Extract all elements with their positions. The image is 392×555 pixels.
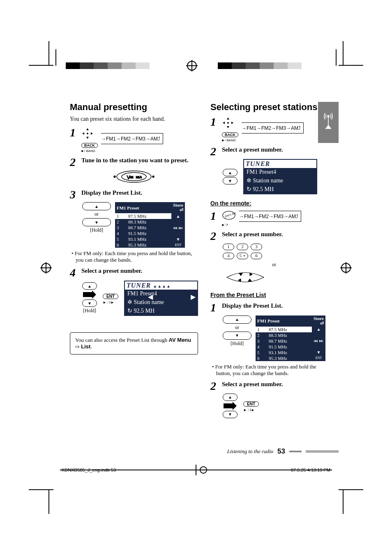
registration-mark-icon (41, 263, 51, 273)
joystick-icon (222, 117, 234, 129)
step-number: 2 (210, 231, 218, 241)
remote-preset-4[interactable]: 4 (223, 253, 234, 259)
manual-presetting-section: Manual presetting You can preset six sta… (70, 102, 198, 418)
rocker-up-button[interactable]: ▲ (223, 394, 238, 401)
step-number: 3 (70, 189, 77, 200)
svg-marker-24 (224, 402, 237, 410)
svg-marker-22 (238, 279, 241, 281)
step-number: 4 (70, 267, 77, 278)
remote-preset-3[interactable]: 3 (251, 244, 262, 250)
rocker-down-button[interactable]: ▼ (223, 332, 251, 340)
step-number: 1 (210, 211, 218, 227)
or-label: or (95, 211, 99, 217)
svg-marker-23 (250, 273, 252, 276)
band-sequence: →FM1→FM2→FM3→AM⤴ (101, 136, 160, 142)
print-footer: KDNXD505_J_eng.indb 53 07.6.25 4:13:19 P… (62, 466, 330, 474)
registration-mark-icon (187, 61, 197, 71)
svg-point-10 (114, 176, 115, 177)
step-number: 1 (210, 302, 218, 313)
tuner-display: TUNER FM1 Preset4 ✲ Station name ↻ 92.5 … (243, 159, 317, 194)
step-number: 2 (70, 157, 77, 167)
svg-marker-20 (239, 273, 242, 276)
hold-label: [Hold] (231, 341, 244, 347)
remote-preset-1[interactable]: 1 (223, 244, 234, 250)
remote-preset-2[interactable]: 2 (237, 244, 248, 250)
step-number: 1 (210, 117, 218, 142)
up-down-rocker: ▲ or ▼ [Hold] (223, 315, 251, 347)
section-heading: Selecting preset stations (210, 102, 325, 113)
subsection-heading: From the Preset List (210, 292, 325, 298)
rocker-up-button[interactable]: ▲ (223, 315, 251, 324)
right-arrow-icon (223, 402, 238, 410)
subsection-heading: On the remote: (210, 200, 325, 207)
right-arrow-icon (82, 290, 97, 299)
cursor-left-icon: ◀ (148, 293, 153, 301)
footer-section-title: Listening to the radio (227, 448, 273, 455)
rocker-up-button[interactable]: ▲ (223, 169, 238, 176)
band-button-label: ■ / BAND (222, 138, 238, 142)
back-button[interactable]: BACK (222, 132, 238, 137)
remote-preset-6[interactable]: 6 (251, 253, 262, 259)
registration-mark-icon (341, 263, 351, 273)
joystick-icon (81, 127, 94, 140)
hold-label: [Hold] (83, 308, 96, 314)
rocker-down-button[interactable]: ▼ (223, 177, 238, 184)
up-down-rocker: ▲ or ▼ [Hold] (82, 202, 111, 233)
remote-preset-5[interactable]: 5 ∘ (237, 253, 248, 259)
svg-marker-4 (91, 132, 93, 135)
svg-marker-1 (86, 128, 89, 130)
registration-mark-icon (200, 466, 207, 474)
svg-marker-14 (227, 126, 229, 128)
step-text: Select a preset number. (222, 381, 325, 391)
up-down-rocker: ▲ ▼ [Hold] (82, 282, 97, 314)
seek-rocker-icon: ⋁⏮⏭⋀ (111, 170, 157, 184)
step-number: 2 (210, 146, 218, 157)
svg-text:⏭⋀: ⏭⋀ (136, 175, 142, 179)
svg-text:BACK BAND: BACK BAND (225, 211, 236, 218)
hold-label: [Hold] (90, 227, 103, 233)
rocker-down-button[interactable]: ▼ (82, 299, 97, 307)
up-down-rocker: ▲ ▼ (223, 169, 238, 184)
step-text: Tune in to the station you want to prese… (81, 157, 198, 167)
section-heading: Manual presetting (70, 102, 198, 113)
rocker-down-button[interactable]: ▼ (82, 218, 111, 226)
back-button[interactable]: BACK (81, 143, 98, 148)
step-text: Display the Preset List. (81, 189, 198, 200)
svg-point-17 (227, 122, 229, 124)
play-label: ► / I► (243, 408, 259, 412)
tuner-display: TUNER ▲▲▲▲ FM1 Preset4 ✲ Station name ↻ … (124, 281, 198, 316)
svg-point-5 (87, 133, 88, 134)
step-number: 1 (70, 127, 77, 153)
selecting-preset-section: Selecting preset stations 1 BACK ■ / BAN… (210, 102, 342, 418)
svg-point-7 (122, 173, 146, 181)
rocker-down-button[interactable]: ▼ (223, 411, 238, 418)
ent-button[interactable]: ENT (243, 401, 259, 407)
tip-box: You can also access the Preset List thro… (70, 332, 198, 355)
fm-note: • For FM only: Each time you press and h… (76, 250, 198, 263)
step-text: Display the Preset List. (222, 302, 325, 313)
page-footer: Listening to the radio 53 (70, 447, 339, 456)
svg-marker-12 (83, 290, 96, 299)
band-sequence: →FM1→FM2→FM3→AM⤴ (242, 125, 301, 131)
band-sequence: →FM1→FM2→FM3→AM⤴ (239, 214, 298, 219)
svg-marker-13 (227, 117, 229, 120)
svg-marker-16 (231, 122, 233, 124)
preset-list-display: FM1 PresetStore ⏎ 187.5 MHz▲ 288.3 MHz 3… (256, 315, 325, 361)
remote-dpad-icon (223, 270, 268, 284)
step-number: 2 (210, 381, 218, 391)
rocker-up-button[interactable]: ▲ (82, 202, 111, 210)
svg-marker-3 (82, 132, 84, 135)
preset-list-display: FM1 PresetStore ⏎ 187.5 MHz▲ 288.3 MHz 3… (115, 202, 185, 248)
ent-button[interactable]: ENT (103, 294, 118, 299)
svg-marker-21 (248, 279, 251, 281)
remote-band-button-icon: BACK BAND (222, 211, 236, 221)
svg-text:⋁⏮: ⋁⏮ (127, 175, 134, 179)
band-button-label: ■ / BAND (81, 149, 98, 153)
up-down-rocker: ▲ ▼ (223, 394, 238, 418)
step-text: Select a preset number. (222, 231, 325, 241)
intro-text: You can preset six stations for each ban… (70, 116, 198, 122)
play-label: ► / I► (103, 300, 118, 304)
step-text: Select a preset number. (81, 267, 198, 278)
svg-marker-2 (86, 137, 89, 139)
rocker-up-button[interactable]: ▲ (82, 282, 97, 290)
